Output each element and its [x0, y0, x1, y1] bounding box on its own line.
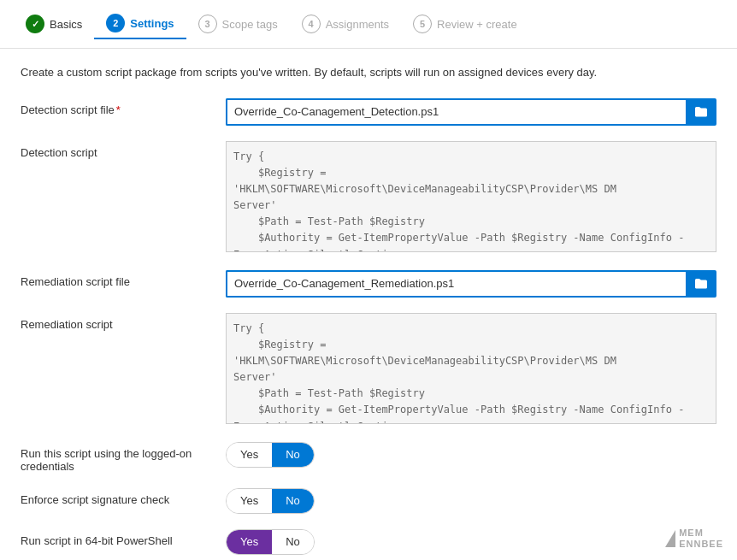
run-64bit-control: Yes No — [226, 529, 716, 555]
folder-icon — [694, 105, 708, 119]
wizard-step-scope-tags[interactable]: 3 Scope tags — [186, 9, 290, 38]
step-circle-basics: ✓ — [26, 15, 44, 33]
wizard-step-review-create[interactable]: 5 Review + create — [401, 9, 529, 38]
page-description: Create a custom script package from scri… — [21, 64, 716, 81]
run-64bit-no[interactable]: No — [272, 530, 314, 554]
detection-script-file-label: Detection script file* — [21, 98, 226, 116]
step-label-scope-tags: Scope tags — [222, 18, 278, 31]
wizard-step-basics[interactable]: ✓ Basics — [14, 9, 94, 38]
wizard-step-assignments[interactable]: 4 Assignments — [290, 9, 401, 38]
watermark: MEM ENNBEE — [665, 528, 723, 550]
run-64bit-toggle: Yes No — [226, 529, 315, 555]
remediation-script-file-input-row — [226, 270, 716, 298]
required-marker: * — [116, 103, 121, 116]
run-as-logged-on-control: Yes No — [226, 442, 716, 468]
run-as-logged-on-no[interactable]: No — [272, 443, 314, 467]
run-as-logged-on-toggle: Yes No — [226, 442, 315, 468]
run-as-logged-on-yes[interactable]: Yes — [227, 443, 272, 467]
watermark-triangle — [665, 530, 675, 547]
run-64bit-row: Run script in 64-bit PowerShell Yes No — [21, 529, 716, 555]
enforce-signature-yes[interactable]: Yes — [227, 489, 272, 513]
enforce-signature-control: Yes No — [226, 488, 716, 514]
wizard-step-settings[interactable]: 2 Settings — [94, 9, 186, 39]
enforce-signature-toggle: Yes No — [226, 488, 315, 514]
folder-icon-2 — [694, 277, 708, 291]
step-label-assignments: Assignments — [326, 18, 389, 31]
detection-script-textarea[interactable]: Try { $Registry = 'HKLM\SOFTWARE\Microso… — [226, 141, 716, 252]
remediation-script-label: Remediation script — [21, 313, 226, 331]
remediation-script-file-browse-btn[interactable] — [686, 270, 716, 298]
step-label-basics: Basics — [50, 18, 82, 31]
step-label-review-create: Review + create — [437, 18, 517, 31]
remediation-script-file-row: Remediation script file — [21, 270, 716, 298]
step-circle-assignments: 4 — [302, 15, 321, 33]
remediation-script-file-input[interactable] — [226, 270, 686, 298]
enforce-signature-no[interactable]: No — [272, 489, 314, 513]
run-as-logged-on-label: Run this script using the logged-on cred… — [21, 442, 226, 473]
step-circle-review-create: 5 — [413, 15, 432, 33]
watermark-text: MEM ENNBEE — [679, 528, 723, 550]
detection-script-row: Detection script Try { $Registry = 'HKLM… — [21, 141, 716, 255]
remediation-script-control: Try { $Registry = 'HKLM\SOFTWARE\Microso… — [226, 313, 716, 427]
step-label-settings: Settings — [130, 17, 174, 30]
remediation-script-file-control — [226, 270, 716, 298]
step-circle-scope-tags: 3 — [198, 15, 217, 33]
main-content: Create a custom script package from scri… — [0, 49, 737, 560]
remediation-script-row: Remediation script Try { $Registry = 'HK… — [21, 313, 716, 427]
detection-script-label: Detection script — [21, 141, 226, 159]
detection-script-file-input-row — [226, 98, 716, 126]
run-64bit-yes[interactable]: Yes — [227, 530, 272, 554]
remediation-script-textarea[interactable]: Try { $Registry = 'HKLM\SOFTWARE\Microso… — [226, 313, 716, 424]
enforce-signature-row: Enforce script signature check Yes No — [21, 488, 716, 514]
step-circle-settings: 2 — [106, 14, 125, 32]
enforce-signature-label: Enforce script signature check — [21, 488, 226, 506]
run-as-logged-on-row: Run this script using the logged-on cred… — [21, 442, 716, 473]
run-64bit-label: Run script in 64-bit PowerShell — [21, 529, 226, 547]
detection-script-file-control — [226, 98, 716, 126]
detection-script-control: Try { $Registry = 'HKLM\SOFTWARE\Microso… — [226, 141, 716, 255]
detection-script-file-row: Detection script file* — [21, 98, 716, 126]
remediation-script-file-label: Remediation script file — [21, 270, 226, 288]
detection-script-file-browse-btn[interactable] — [686, 98, 716, 126]
wizard-nav: ✓ Basics 2 Settings 3 Scope tags 4 Assig… — [0, 0, 737, 49]
detection-script-file-input[interactable] — [226, 98, 686, 126]
